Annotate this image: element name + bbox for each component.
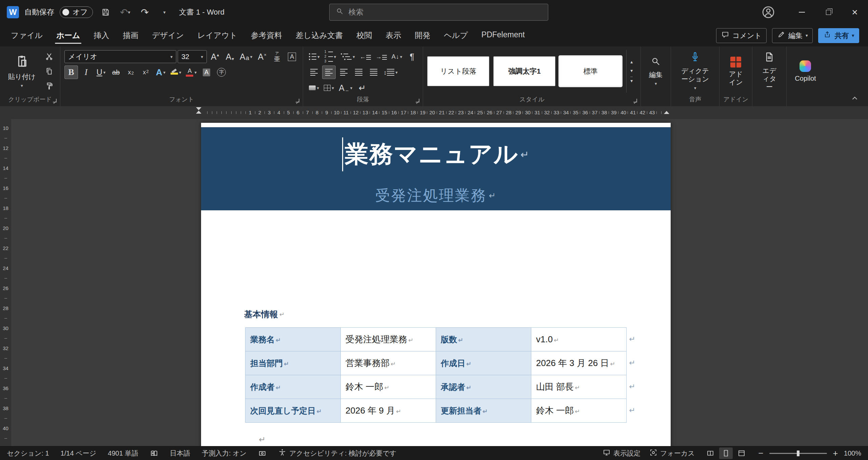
document-page[interactable]: 業務マニュアル ↵ 受発注処理業務 ↵ 基本情報 ↵ 業務名↵受発注処理業務↵版… xyxy=(201,123,671,446)
document-subtitle-block[interactable]: 受発注処理業務 ↵ xyxy=(201,186,671,206)
table-value-cell[interactable]: 受発注処理業務↵ xyxy=(341,328,436,351)
addins-button[interactable]: アドイン xyxy=(724,50,748,93)
gallery-more-icon[interactable]: ▾ xyxy=(630,77,633,83)
table-value-cell[interactable]: v1.0↵ xyxy=(531,328,627,351)
status-accessibility[interactable]: アクセシビリティ: 検討が必要です xyxy=(278,448,396,458)
grow-font-icon[interactable]: A▴ xyxy=(208,50,222,63)
left-indent-marker[interactable] xyxy=(196,107,201,114)
table-label-cell[interactable]: 担当部門↵ xyxy=(245,351,341,375)
macro-record-icon[interactable] xyxy=(258,449,267,458)
table-value-cell[interactable]: 2026 年 9 月↵ xyxy=(341,399,436,423)
ribbon-tab-ホーム[interactable]: ホーム xyxy=(50,26,87,45)
ribbon-tab-描画[interactable]: 描画 xyxy=(116,26,145,45)
account-avatar[interactable] xyxy=(762,5,775,19)
table-value-cell[interactable]: 山田 部長↵ xyxy=(531,375,627,399)
autosave-toggle[interactable]: オフ xyxy=(60,6,93,18)
undo-button[interactable]: ↶▾ xyxy=(118,5,132,20)
style-card[interactable]: 強調太字1 xyxy=(493,56,555,86)
word-logo-icon[interactable]: W xyxy=(7,6,19,18)
line-break-icon[interactable]: ↵ xyxy=(355,81,369,95)
font-size-combo[interactable]: 32 ▾ xyxy=(178,50,207,63)
status-language[interactable]: 日本語 xyxy=(170,449,190,458)
first-line-indent-icon[interactable] xyxy=(196,107,201,110)
gallery-up-icon[interactable]: ▴ xyxy=(630,59,633,64)
display-settings-button[interactable]: 表示設定 xyxy=(603,448,640,458)
editor-button[interactable]: エディター xyxy=(756,50,782,93)
search-input[interactable]: 検索 xyxy=(329,4,548,21)
bold-icon[interactable]: B xyxy=(64,65,78,79)
ribbon-tab-校閲[interactable]: 校閲 xyxy=(350,26,379,45)
vertical-ruler[interactable]: 10121416182022242628303234363840 xyxy=(0,119,11,446)
ribbon-tab-デザイン[interactable]: デザイン xyxy=(145,26,191,45)
quick-access-customize-button[interactable]: ▾ xyxy=(157,5,172,20)
ribbon-tab-表示[interactable]: 表示 xyxy=(379,26,408,45)
document-canvas[interactable]: 10121416182022242628303234363840 業務マニュアル… xyxy=(0,119,868,446)
change-case-icon[interactable]: Aa▾ xyxy=(238,50,254,63)
ribbon-tab-ファイル[interactable]: ファイル xyxy=(4,26,50,45)
style-gallery-scroll[interactable]: ▴ ▾ ▾ xyxy=(626,50,636,93)
redo-button[interactable]: ↷ xyxy=(138,5,152,20)
right-indent-marker[interactable] xyxy=(664,111,669,114)
enclose-character-icon[interactable]: 字 xyxy=(215,65,228,79)
ribbon-tab-挿入[interactable]: 挿入 xyxy=(87,26,116,45)
ribbon-tab-参考資料[interactable]: 参考資料 xyxy=(244,26,289,45)
editing-mode-button[interactable]: 編集 ▾ xyxy=(772,28,813,43)
comments-button[interactable]: コメント xyxy=(716,28,767,43)
print-layout-button[interactable] xyxy=(719,447,733,459)
style-card[interactable]: 標準 xyxy=(559,56,622,86)
align-center-icon[interactable] xyxy=(322,65,336,79)
clear-formatting-icon[interactable]: A× xyxy=(255,50,269,63)
info-table[interactable]: 業務名↵受発注処理業務↵版数↵v1.0↵担当部門↵営業事務部↵作成日↵2026 … xyxy=(245,327,627,423)
enclose-border-icon[interactable]: A xyxy=(285,50,299,63)
ribbon-tab-開発[interactable]: 開発 xyxy=(408,26,437,45)
table-label-cell[interactable]: 更新担当者↵ xyxy=(436,399,531,423)
font-dialog-launcher-icon[interactable] xyxy=(295,98,300,103)
status-text-prediction[interactable]: 予測入力: オン xyxy=(202,449,246,458)
table-value-cell[interactable]: 営業事務部↵ xyxy=(341,351,436,375)
ribbon-tab-ヘルプ[interactable]: ヘルプ xyxy=(437,26,475,45)
section-heading[interactable]: 基本情報 ↵ xyxy=(244,309,284,320)
clipboard-dialog-launcher-icon[interactable] xyxy=(52,98,57,103)
close-button[interactable]: × xyxy=(842,0,868,24)
paragraph-dialog-launcher-icon[interactable] xyxy=(415,98,420,103)
ribbon-tab-レイアウト[interactable]: レイアウト xyxy=(191,26,244,45)
phonetic-guide-icon[interactable]: ア亜 xyxy=(270,50,284,63)
zoom-out-button[interactable]: − xyxy=(757,448,765,459)
asian-layout-icon[interactable]: A↔▾ xyxy=(337,81,354,95)
status-section[interactable]: セクション: 1 xyxy=(7,449,49,458)
zoom-level[interactable]: 100% xyxy=(844,449,861,457)
style-card[interactable]: リスト段落 xyxy=(427,56,489,86)
minimize-button[interactable] xyxy=(789,0,815,24)
format-painter-icon[interactable] xyxy=(42,80,56,93)
text-effects-icon[interactable]: A▾ xyxy=(154,65,167,79)
sort-icon[interactable]: A↓▾ xyxy=(390,50,404,63)
right-indent-icon[interactable] xyxy=(664,111,669,114)
superscript-icon[interactable]: x2 xyxy=(139,65,153,79)
copilot-button[interactable]: Copilot xyxy=(791,50,820,93)
subscript-icon[interactable]: x2 xyxy=(124,65,138,79)
increase-indent-icon[interactable]: → xyxy=(374,50,389,63)
cut-icon[interactable] xyxy=(42,50,56,63)
horizontal-ruler[interactable]: 1234567891011121314151617181920212223242… xyxy=(201,108,671,118)
borders-icon[interactable]: ▾ xyxy=(322,81,336,95)
shrink-font-icon[interactable]: A▾ xyxy=(223,50,237,63)
restore-button[interactable] xyxy=(815,0,842,24)
highlight-color-icon[interactable]: ▾ xyxy=(169,65,183,79)
table-value-cell[interactable]: 鈴木 一郎↵ xyxy=(531,399,627,423)
bullets-icon[interactable]: ▾ xyxy=(307,50,321,63)
save-button[interactable] xyxy=(98,5,113,20)
editing-menu-button[interactable]: 編集 ▾ xyxy=(645,50,667,93)
formatting-marks-icon[interactable]: ¶ xyxy=(405,50,419,63)
underline-icon[interactable]: U▾ xyxy=(94,65,108,79)
numbering-icon[interactable]: 123▾ xyxy=(323,50,338,63)
table-value-cell[interactable]: 鈴木 一郎↵ xyxy=(341,375,436,399)
strikethrough-icon[interactable]: ab xyxy=(109,65,123,79)
align-left-icon[interactable] xyxy=(307,65,321,79)
distribute-icon[interactable] xyxy=(367,65,380,79)
status-word-count[interactable]: 4901 単語 xyxy=(108,449,138,458)
styles-dialog-launcher-icon[interactable] xyxy=(633,98,638,103)
font-name-combo[interactable]: メイリオ ▾ xyxy=(64,50,176,63)
character-shading-icon[interactable]: A xyxy=(200,65,213,79)
collapse-ribbon-button[interactable] xyxy=(850,94,861,103)
table-label-cell[interactable]: 次回見直し予定日↵ xyxy=(245,399,341,423)
